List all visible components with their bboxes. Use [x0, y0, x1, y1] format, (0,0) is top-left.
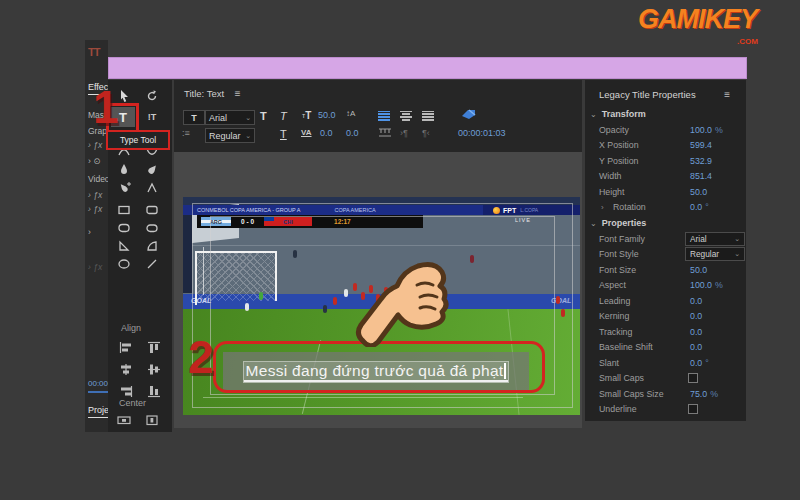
panel-menu-icon[interactable]: ≡	[235, 88, 241, 99]
chevron-down-icon: ⌄	[245, 114, 251, 122]
property-label: X Position	[599, 140, 639, 150]
property-value[interactable]: 851.4	[690, 171, 712, 181]
effect-row[interactable]: › ƒx	[88, 262, 102, 272]
tab-stops-icon[interactable]	[378, 127, 392, 138]
logo-tld-text: .COM	[737, 37, 758, 46]
clipped-corner-rectangle-tool-icon[interactable]	[112, 218, 136, 238]
property-row: Aspect100.0%	[585, 278, 746, 294]
underline-button[interactable]: T	[280, 128, 287, 140]
convert-point-tool-icon[interactable]	[140, 178, 164, 198]
property-row: Tracking0.0	[585, 324, 746, 340]
titler-timecode: 00:00:01:03	[458, 128, 506, 138]
property-row: Leading0.0	[585, 293, 746, 309]
roll-crawl-options-icon[interactable]: :≡	[182, 128, 190, 138]
font-family-dropdown[interactable]: Arial⌄	[205, 110, 255, 125]
effect-row[interactable]: › ⊙	[88, 156, 100, 166]
property-value[interactable]: 50.0	[690, 265, 707, 275]
property-value[interactable]: 532.9	[690, 156, 712, 166]
property-value[interactable]: 0.0	[690, 342, 702, 352]
effect-row[interactable]: › ƒx	[88, 190, 102, 200]
effect-row[interactable]: Video	[88, 174, 108, 184]
tab-project[interactable]: Projec	[88, 405, 108, 418]
pen-tool-icon[interactable]	[112, 160, 136, 180]
align-left-icon[interactable]	[114, 337, 138, 357]
property-value[interactable]: 0.0	[690, 311, 702, 321]
legacy-title-properties-panel: Legacy Title Properties ≡ ⌄TransformOpac…	[585, 80, 746, 421]
align-right-text-button[interactable]	[422, 109, 434, 122]
paragraph-ltr-icon[interactable]: ›¶	[400, 128, 408, 138]
chevron-right-icon[interactable]: ›	[601, 203, 604, 212]
property-value[interactable]: 100.0%	[690, 125, 723, 135]
property-label: Y Position	[599, 156, 638, 166]
show-background-video-button[interactable]	[460, 106, 477, 122]
round-rectangle-tool-icon[interactable]	[140, 218, 164, 238]
property-row: ›Distort	[585, 417, 746, 421]
property-row: Height50.0	[585, 184, 746, 200]
center-vertical-icon[interactable]	[140, 410, 164, 430]
property-value[interactable]: 50.0	[690, 187, 707, 197]
section-header[interactable]: ⌄Properties	[585, 215, 746, 231]
font-family-dropdown[interactable]: Arial⌄	[685, 232, 745, 246]
leading-icon: ↕A	[346, 109, 355, 118]
title-panel-icon: TT	[88, 46, 99, 58]
kerning-icon: VA	[301, 128, 312, 137]
rounded-rectangle-tool-icon[interactable]	[140, 200, 164, 220]
align-center-vertical-icon[interactable]	[142, 359, 166, 379]
align-left-text-button[interactable]	[378, 109, 390, 122]
property-value[interactable]: 75.0%	[690, 389, 718, 399]
paragraph-rtl-icon[interactable]: ¶‹	[422, 128, 430, 138]
add-anchor-pen-tool-icon[interactable]	[140, 160, 164, 180]
property-value[interactable]: 0.0°	[690, 202, 709, 212]
font-size-value[interactable]: 50.0	[318, 110, 336, 120]
arc-tool-icon[interactable]	[140, 236, 164, 256]
property-row: Small Caps	[585, 371, 746, 387]
property-label: Small Caps	[599, 373, 644, 383]
effect-row[interactable]: › ƒx	[88, 204, 102, 214]
vertical-type-tool-icon[interactable]: !T	[140, 107, 164, 127]
property-value[interactable]: 0.0	[690, 327, 702, 337]
property-row: Font FamilyArial⌄	[585, 231, 746, 247]
ellipse-tool-icon[interactable]	[112, 254, 136, 274]
kerning-value[interactable]: 0.0	[320, 128, 333, 138]
property-label: Tracking	[599, 327, 632, 337]
property-row: Opacity100.0%	[585, 122, 746, 138]
small-caps-checkbox[interactable]	[688, 373, 698, 383]
property-label: Distort	[613, 420, 638, 421]
effect-row[interactable]: ›	[88, 227, 91, 237]
property-label: Rotation	[613, 202, 646, 212]
text-object-indicator-icon: T	[183, 110, 205, 125]
font-style-dropdown[interactable]: Regular⌄	[685, 247, 745, 261]
property-value[interactable]: 0.0°	[690, 358, 709, 368]
chevron-right-icon[interactable]: ›	[601, 420, 604, 421]
align-top-icon[interactable]	[142, 337, 166, 357]
property-value[interactable]: 100.0%	[690, 280, 723, 290]
timeline-scrollbar[interactable]	[88, 391, 108, 393]
screenshot-stage: GAMIKEY .COM Effect MasterGraphic› ƒx› ⊙…	[0, 0, 800, 500]
align-center-horizontal-icon[interactable]	[114, 359, 138, 379]
line-tool-icon[interactable]	[140, 254, 164, 274]
property-row: Font Size50.0	[585, 262, 746, 278]
panel-menu-icon[interactable]: ≡	[724, 89, 730, 100]
wedge-tool-icon[interactable]	[112, 236, 136, 256]
underline-checkbox[interactable]	[688, 404, 698, 414]
center-horizontal-icon[interactable]	[112, 410, 136, 430]
rectangle-tool-icon[interactable]	[112, 200, 136, 220]
bold-button[interactable]: T	[260, 110, 267, 122]
property-row: Font StyleRegular⌄	[585, 247, 746, 263]
font-style-dropdown[interactable]: Regular⌄	[205, 128, 255, 143]
effect-row[interactable]: › ƒx	[88, 140, 102, 150]
rotation-tool-icon[interactable]	[140, 86, 164, 106]
property-row: Baseline Shift0.0	[585, 340, 746, 356]
property-row: Y Position532.9	[585, 153, 746, 169]
property-value[interactable]: 0.0	[690, 296, 702, 306]
leading-value[interactable]: 0.0	[346, 128, 359, 138]
delete-anchor-pen-tool-icon[interactable]	[112, 178, 136, 198]
chevron-down-icon: ⌄	[590, 219, 597, 228]
align-center-text-button[interactable]	[400, 109, 412, 122]
section-header[interactable]: ⌄Transform	[585, 106, 746, 122]
property-row: Kerning0.0	[585, 309, 746, 325]
property-value[interactable]: 599.4	[690, 140, 712, 150]
logo-brand-text: GAMIKEY	[638, 4, 757, 34]
italic-button[interactable]: T	[280, 110, 287, 122]
property-row: Width851.4	[585, 169, 746, 185]
